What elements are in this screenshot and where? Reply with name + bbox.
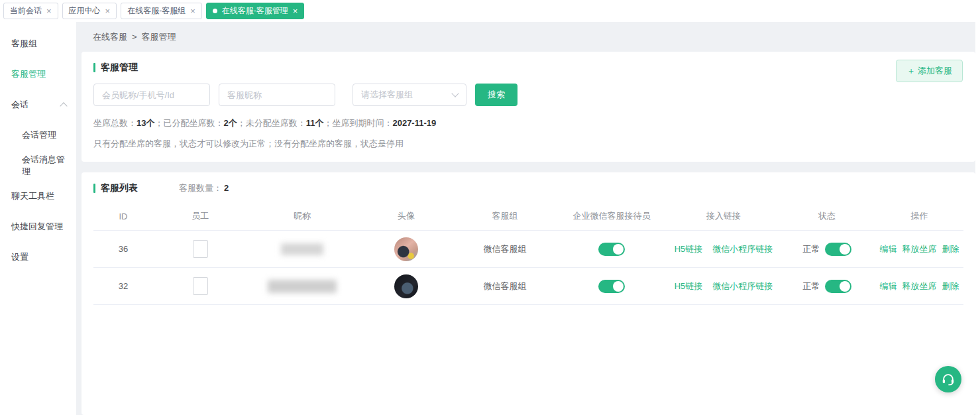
tab-bar: 当前会话 × 应用中心 × 在线客服-客服组 × 在线客服-客服管理 × (0, 0, 980, 22)
sidebar-item-label: 会话管理 (22, 129, 56, 141)
stat-label: ；未分配坐席数： (237, 118, 306, 128)
delete-link[interactable]: 删除 (942, 243, 959, 255)
stat-value: 2027-11-19 (392, 118, 436, 128)
release-seat-link[interactable]: 释放坐席 (902, 243, 937, 255)
group-select[interactable]: 请选择客服组 (353, 84, 466, 106)
sidebar: 客服组 客服管理 会话 会话管理 会话消息管理 聊天工具栏 快捷回复管理 设置 (0, 22, 76, 415)
sidebar-item-quick-reply-manage[interactable]: 快捷回复管理 (0, 211, 76, 242)
h5-link[interactable]: H5链接 (675, 280, 703, 292)
column-header-avatar: 头像 (357, 210, 455, 222)
stat-label: ；已分配坐席数： (154, 118, 223, 128)
table-row: 36 微信客服组 H5链接 微信小程序链接 正常 编辑 (93, 231, 963, 268)
column-header-wechat-receptionist: 企业微信客服接待员 (555, 210, 669, 222)
column-header-nickname: 昵称 (247, 210, 357, 222)
edit-link[interactable]: 编辑 (880, 280, 897, 292)
member-search-input[interactable] (93, 84, 210, 106)
list-header-row: 客服列表 客服数量：2 (93, 182, 963, 194)
avatar (394, 237, 418, 261)
sidebar-item-chat-toolbar[interactable]: 聊天工具栏 (0, 181, 76, 211)
stat-value: 13个 (136, 118, 154, 128)
close-icon[interactable]: × (105, 7, 111, 15)
list-title-row: 客服列表 (93, 182, 138, 194)
scrollbar-track[interactable] (975, 0, 980, 415)
wechat-receptionist-toggle[interactable] (598, 280, 625, 293)
release-seat-link[interactable]: 释放坐席 (902, 280, 937, 292)
cell-id: 36 (93, 244, 153, 254)
tab-online-service-group[interactable]: 在线客服-客服组 × (121, 3, 202, 19)
tab-label: 在线客服-客服组 (127, 5, 186, 17)
column-header-group: 客服组 (455, 210, 555, 222)
close-icon[interactable]: × (46, 7, 52, 15)
customer-service-fab-button[interactable] (935, 366, 961, 392)
delete-link[interactable]: 删除 (942, 280, 959, 292)
stat-value: 2个 (223, 118, 237, 128)
active-tab-dot-icon (213, 9, 217, 13)
sidebar-item-label: 会话 (11, 99, 28, 111)
agent-count-label: 客服数量： (179, 183, 222, 193)
tab-online-service-manage[interactable]: 在线客服-客服管理 × (206, 3, 305, 19)
column-header-links: 接入链接 (669, 210, 779, 222)
redacted-nickname (281, 243, 323, 255)
sidebar-item-label: 设置 (11, 251, 28, 263)
sidebar-item-session[interactable]: 会话 (0, 89, 76, 120)
content-area: 在线客服 > 客服管理 客服管理 ＋ 添加客服 请选择客服组 搜索 坐席总数： (76, 22, 980, 415)
cs-list-panel: 客服列表 客服数量：2 ID 员工 昵称 头像 客服组 企业微信客服接待员 接入… (82, 172, 975, 415)
chevron-up-icon (60, 102, 67, 109)
sidebar-item-label: 聊天工具栏 (11, 190, 54, 202)
tab-label: 当前会话 (10, 5, 42, 17)
sidebar-item-cs-manage[interactable]: 客服管理 (0, 59, 76, 89)
close-icon[interactable]: × (293, 7, 298, 15)
status-toggle[interactable] (825, 243, 851, 256)
breadcrumb-section[interactable]: 在线客服 (93, 31, 127, 43)
search-button[interactable]: 搜索 (475, 84, 517, 106)
sidebar-item-session-message-manage[interactable]: 会话消息管理 (0, 150, 76, 181)
edit-link[interactable]: 编辑 (880, 243, 897, 255)
agent-count: 客服数量：2 (179, 182, 229, 194)
section-accent-bar (93, 63, 95, 72)
sidebar-item-cs-group[interactable]: 客服组 (0, 29, 76, 59)
list-title: 客服列表 (101, 182, 138, 194)
cs-manage-panel: 客服管理 ＋ 添加客服 请选择客服组 搜索 坐席总数：13个；已分配坐席数：2个… (82, 52, 975, 162)
avatar (394, 274, 418, 298)
add-agent-button[interactable]: ＋ 添加客服 (896, 60, 963, 82)
h5-link[interactable]: H5链接 (675, 243, 703, 255)
sidebar-item-session-manage[interactable]: 会话管理 (0, 120, 76, 150)
cell-group: 微信客服组 (455, 280, 555, 292)
stat-label: ；坐席到期时间： (323, 118, 392, 128)
wechat-receptionist-toggle[interactable] (598, 243, 625, 256)
chevron-down-icon (451, 89, 459, 97)
column-header-status: 状态 (779, 210, 875, 222)
close-icon[interactable]: × (190, 7, 195, 15)
search-row: 请选择客服组 搜索 (93, 84, 963, 106)
cell-id: 32 (93, 281, 153, 291)
sidebar-item-settings[interactable]: 设置 (0, 242, 76, 272)
breadcrumb-separator: > (132, 32, 137, 42)
status-label: 正常 (803, 243, 820, 255)
headset-icon (941, 372, 955, 386)
panel-title-row: 客服管理 (93, 62, 963, 74)
status-hint-text: 只有分配坐席的客服，状态才可以修改为正常；没有分配坐席的客服，状态是停用 (93, 138, 963, 150)
agent-table: ID 员工 昵称 头像 客服组 企业微信客服接待员 接入链接 状态 操作 36 (93, 202, 963, 305)
column-header-employee: 员工 (153, 210, 247, 222)
cell-group: 微信客服组 (455, 243, 555, 255)
group-select-placeholder: 请选择客服组 (361, 89, 413, 101)
section-accent-bar (93, 184, 95, 193)
sidebar-item-label: 会话消息管理 (22, 154, 66, 178)
redacted-nickname (268, 280, 337, 293)
status-toggle[interactable] (825, 280, 851, 293)
table-row: 32 微信客服组 H5链接 微信小程序链接 正常 编辑 (93, 268, 963, 305)
tab-app-center[interactable]: 应用中心 × (62, 3, 117, 19)
employee-placeholder (193, 277, 208, 295)
employee-placeholder (193, 240, 208, 258)
column-header-actions: 操作 (875, 210, 963, 222)
main-area: 客服组 客服管理 会话 会话管理 会话消息管理 聊天工具栏 快捷回复管理 设置 … (0, 22, 980, 415)
column-header-id: ID (93, 211, 153, 221)
panel-title: 客服管理 (101, 62, 138, 74)
tab-current-session[interactable]: 当前会话 × (3, 3, 58, 19)
miniprogram-link[interactable]: 微信小程序链接 (712, 243, 773, 255)
agent-nickname-input[interactable] (219, 84, 335, 106)
miniprogram-link[interactable]: 微信小程序链接 (712, 280, 773, 292)
table-header: ID 员工 昵称 头像 客服组 企业微信客服接待员 接入链接 状态 操作 (93, 202, 963, 231)
tab-label: 在线客服-客服管理 (222, 5, 288, 17)
breadcrumb: 在线客服 > 客服管理 (82, 22, 975, 52)
